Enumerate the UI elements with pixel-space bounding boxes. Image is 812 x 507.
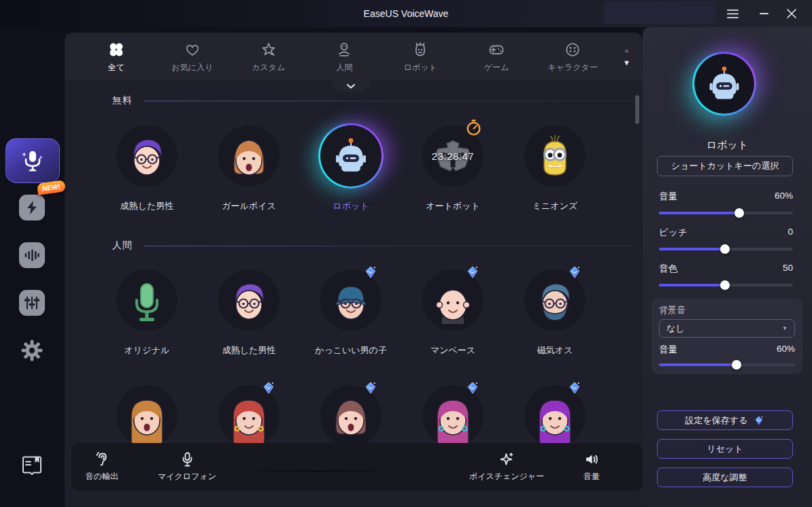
device-bar-divider — [238, 470, 398, 472]
heart-icon — [184, 40, 201, 59]
voice-label: ロボット — [333, 200, 369, 212]
section-divider — [143, 101, 632, 101]
tab-all[interactable]: 全て — [78, 33, 154, 80]
timbre-slider[interactable] — [659, 280, 793, 290]
voice-avatar — [216, 267, 282, 333]
sidebar-item-settings[interactable] — [19, 338, 45, 363]
sidebar: NEW! — [0, 27, 65, 507]
sidebar-item-voice-changer[interactable] — [5, 138, 60, 183]
audio-waveform-icon — [19, 242, 45, 268]
voice-card[interactable]: マンベース — [402, 267, 504, 357]
microphone-icon — [179, 451, 195, 468]
section-header-human: 人間 — [112, 240, 632, 252]
voice-card[interactable]: ミニオンズ — [504, 123, 606, 212]
microphone-button[interactable]: マイクロフォン — [158, 451, 216, 483]
device-bar: 音の輸出 マイクロフォン ボイスチェンジャー — [71, 443, 643, 491]
tab-robot[interactable]: ロボット — [382, 33, 458, 80]
window-title: EaseUS VoiceWave — [364, 0, 449, 27]
tab-human[interactable]: 人間 — [307, 33, 383, 80]
tab-custom[interactable]: カスタム — [231, 33, 307, 80]
section-title: 無料 — [112, 95, 133, 107]
slider-thumb[interactable] — [732, 360, 741, 370]
gamepad-icon — [488, 40, 505, 59]
voice-library-panel: 全て お気に入り カスタム 人間 ロボット — [65, 33, 643, 507]
slider-thumb[interactable] — [720, 280, 730, 290]
voice-avatar — [216, 123, 282, 189]
audio-output-button[interactable]: 音の輸出 — [86, 451, 118, 483]
background-volume-value: 60% — [777, 344, 795, 356]
voice-avatar — [114, 123, 180, 189]
voice-avatar — [114, 267, 180, 333]
tab-scroll-arrows: ▲ ▼ — [611, 33, 643, 80]
voice-label: ミニオンズ — [532, 200, 578, 212]
triangle-up-icon[interactable]: ▲ — [624, 47, 630, 54]
tab-favorites[interactable]: お気に入り — [154, 33, 231, 80]
voice-label: 成熟した男性 — [120, 200, 174, 212]
microphone-sparkle-icon — [19, 147, 46, 174]
voice-avatar — [522, 123, 588, 189]
voice-card[interactable]: ロボット — [300, 123, 402, 212]
pitch-label: ピッチ — [659, 227, 687, 239]
background-volume-row: 音量 60% — [659, 344, 795, 356]
voice-card[interactable]: 成熟した男性 — [198, 267, 300, 357]
minimize-icon[interactable] — [750, 0, 777, 27]
caret-down-icon: ▼ — [782, 325, 788, 331]
background-volume-slider[interactable] — [659, 360, 795, 370]
chevron-down-icon[interactable] — [332, 80, 370, 92]
advanced-adjust-button[interactable]: 高度な調整 — [657, 468, 793, 487]
volume-slider-row: 音量 60% — [659, 191, 793, 203]
voice-card[interactable]: オリジナル — [96, 267, 198, 357]
diamond-icon — [364, 265, 377, 279]
sidebar-item-audio-file[interactable] — [19, 242, 45, 268]
voice-trial-timer: 23:28:47 — [432, 150, 474, 162]
person-icon — [335, 40, 353, 59]
pitch-slider[interactable] — [659, 244, 793, 254]
tab-character[interactable]: キャラクター — [535, 33, 611, 80]
speaker-icon — [583, 451, 600, 468]
slider-thumb[interactable] — [734, 208, 744, 218]
sidebar-item-audio-mixer[interactable] — [19, 290, 45, 316]
stopwatch-icon — [464, 118, 483, 137]
volume-slider[interactable] — [659, 208, 793, 218]
scrollbar-thumb[interactable] — [635, 95, 639, 124]
sidebar-item-soundboard[interactable] — [19, 195, 45, 220]
diamond-icon — [568, 381, 581, 395]
voice-settings-panel: ロボット ショートカットキーの選択 音量 60% ピッチ 0 音色 50 背景音… — [643, 27, 812, 507]
voice-row: 成熟した男性ガールボイス ロボット 23:28:47オートボット ミニオンズ — [96, 123, 606, 212]
tab-game[interactable]: ゲーム — [458, 33, 535, 80]
lightning-icon — [19, 195, 45, 220]
diamond-icon — [568, 265, 581, 279]
timbre-slider-row: 音色 50 — [659, 263, 793, 275]
clover-grid-icon — [107, 40, 125, 59]
character-ball-icon — [564, 40, 581, 59]
voice-changer-button[interactable]: ボイスチェンジャー — [469, 451, 544, 483]
voice-card[interactable]: 磁気オス — [504, 267, 606, 357]
shortcut-key-button[interactable]: ショートカットキーの選択 — [657, 156, 793, 176]
voice-label: ガールボイス — [222, 200, 276, 212]
category-tabbar: 全て お気に入り カスタム 人間 ロボット — [65, 33, 643, 80]
background-sound-dropdown[interactable]: なし ▼ — [659, 319, 795, 338]
volume-label: 音量 — [659, 191, 677, 203]
section-title: 人間 — [112, 240, 133, 252]
close-icon[interactable] — [778, 0, 805, 27]
slider-thumb[interactable] — [720, 244, 730, 254]
volume-button[interactable]: 音量 — [583, 451, 600, 483]
voice-label: マンベース — [430, 344, 475, 357]
background-sound-panel: 背景音 なし ▼ 音量 60% — [652, 298, 802, 374]
reset-button[interactable]: リセット — [657, 439, 793, 459]
voice-card[interactable]: ガールボイス — [198, 123, 300, 212]
voice-card[interactable]: かっこいい男の子 — [300, 267, 402, 357]
voice-card[interactable]: 23:28:47オートボット — [402, 123, 504, 212]
voice-card[interactable]: 成熟した男性 — [96, 123, 198, 212]
voice-label: 磁気オス — [537, 344, 573, 357]
selected-voice-name: ロボット — [643, 139, 812, 152]
open-book-icon — [20, 455, 44, 476]
hamburger-menu-icon[interactable] — [719, 0, 746, 27]
save-settings-button[interactable]: 設定を保存する — [657, 410, 793, 430]
triangle-down-icon[interactable]: ▼ — [623, 59, 630, 67]
voice-label: オートボット — [426, 200, 480, 212]
robot-avatar — [694, 54, 754, 114]
selected-voice-avatar — [692, 52, 756, 116]
sidebar-item-tutorial[interactable] — [19, 453, 45, 478]
section-divider — [143, 246, 632, 246]
